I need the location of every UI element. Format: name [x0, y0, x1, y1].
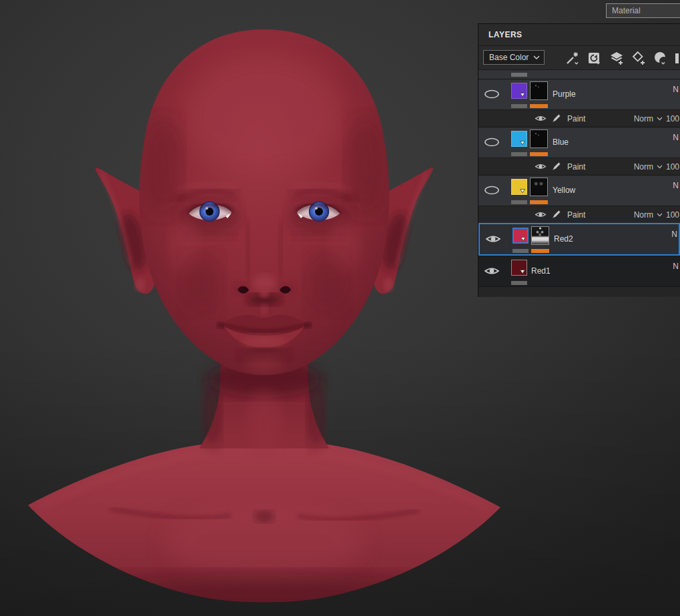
layer-name: Yellow — [553, 186, 575, 195]
add-layer-button[interactable] — [609, 50, 625, 66]
panel-title: LAYERS — [488, 30, 523, 39]
layer-mask-thumbnail[interactable] — [531, 226, 549, 245]
add-effect-wand-button[interactable] — [565, 50, 581, 66]
layer-name: Red1 — [531, 266, 551, 276]
layer-row-red2[interactable]: Red2 N — [478, 223, 680, 256]
layers-panel: LAYERS Base Color — [478, 23, 680, 297]
fill-badge-icon — [520, 236, 527, 242]
paint-effect-row[interactable]: Paint Norm 100 — [478, 206, 680, 223]
opacity-bar — [513, 249, 529, 253]
visibility-toggle-on[interactable] — [535, 114, 547, 123]
blend-mode-clipped[interactable]: N — [673, 133, 679, 142]
mask-bar — [530, 152, 548, 156]
visibility-toggle-on[interactable] — [484, 266, 500, 276]
visibility-toggle-on[interactable] — [485, 234, 501, 244]
effect-name: Paint — [567, 162, 585, 172]
layer-row-yellow[interactable]: Yellow N — [478, 175, 680, 206]
layer-color-swatch[interactable] — [513, 228, 529, 244]
channel-select-value: Base Color — [489, 53, 529, 62]
blend-mode-select[interactable]: Norm — [634, 162, 653, 172]
effect-name: Paint — [567, 210, 585, 220]
layer-list: Purple N Paint Norm 100 Blue N — [478, 70, 680, 296]
visibility-toggle-off[interactable] — [484, 89, 500, 99]
model-shoulders — [28, 441, 500, 616]
smart-material-sphere-icon — [653, 51, 668, 65]
scrolled-layer-sliver — [478, 70, 680, 79]
chevron-down-icon — [657, 117, 663, 121]
brush-icon — [551, 210, 561, 220]
visibility-toggle-off[interactable] — [484, 185, 500, 196]
layer-row-red1[interactable]: Red1 N — [478, 256, 680, 286]
layers-panel-header: LAYERS — [478, 24, 680, 46]
effect-name: Paint — [567, 114, 585, 123]
fill-badge-icon — [519, 188, 526, 194]
blend-mode-select[interactable]: Norm — [634, 114, 653, 123]
opacity-bar — [511, 281, 527, 285]
opacity-value[interactable]: 100 — [666, 210, 679, 220]
add-layer-stack-icon — [609, 51, 624, 65]
layer-row-purple[interactable]: Purple N — [478, 79, 680, 109]
fill-layer-icon — [587, 51, 602, 65]
model-head — [139, 29, 390, 375]
brush-icon — [551, 162, 561, 172]
visibility-toggle-on[interactable] — [535, 162, 547, 171]
mask-bar — [531, 249, 549, 253]
layer-mask-thumbnail[interactable] — [530, 178, 548, 196]
layer-name: Red2 — [554, 234, 573, 244]
shading-mode-value: Material — [612, 6, 641, 15]
opacity-value[interactable]: 100 — [666, 114, 679, 123]
wand-icon — [565, 51, 580, 65]
blend-mode-clipped[interactable]: N — [671, 230, 677, 239]
visibility-toggle-on[interactable] — [535, 210, 547, 219]
layer-list-empty-area — [478, 286, 680, 296]
smart-material-button[interactable] — [653, 50, 669, 66]
layer-mask-thumbnail[interactable] — [530, 81, 548, 100]
blend-mode-select[interactable]: Norm — [634, 210, 653, 220]
blend-mode-clipped[interactable]: N — [673, 262, 679, 271]
channel-select[interactable]: Base Color — [483, 50, 545, 65]
layers-toolbar: Base Color — [478, 46, 680, 70]
chevron-down-icon — [657, 165, 663, 169]
app-root: { "viewport": { "shading_mode": "Materia… — [0, 0, 680, 616]
opacity-bar — [511, 152, 527, 156]
opacity-bar — [511, 104, 527, 108]
brush-icon — [551, 113, 561, 123]
mask-bar — [530, 200, 548, 204]
layer-name: Blue — [553, 137, 569, 147]
opacity-value[interactable]: 100 — [666, 162, 679, 172]
layer-color-swatch[interactable] — [511, 260, 527, 276]
opacity-bar — [511, 73, 527, 77]
add-fill-bucket-button[interactable] — [631, 50, 647, 66]
chevron-down-icon — [657, 213, 663, 217]
fill-badge-icon — [519, 139, 526, 145]
paint-bucket-add-icon — [631, 51, 646, 65]
paint-effect-row[interactable]: Paint Norm 100 — [478, 158, 680, 175]
opacity-bar — [511, 200, 527, 204]
fill-badge-icon — [519, 91, 526, 97]
layer-color-swatch[interactable] — [511, 179, 527, 195]
layer-mask-thumbnail[interactable] — [530, 129, 548, 148]
blend-mode-clipped[interactable]: N — [673, 85, 679, 94]
blend-mode-clipped[interactable]: N — [673, 181, 679, 190]
layer-row-blue[interactable]: Blue N — [478, 127, 680, 158]
visibility-toggle-off[interactable] — [484, 137, 500, 147]
paint-effect-row[interactable]: Paint Norm 100 — [478, 109, 680, 127]
fill-badge-icon — [519, 268, 526, 274]
chevron-down-icon — [533, 55, 540, 59]
layer-name: Purple — [553, 89, 576, 99]
viewport-shading-mode-select[interactable]: Material — [606, 3, 680, 18]
clipped-edge-button[interactable] — [675, 53, 679, 63]
layer-color-swatch[interactable] — [511, 131, 527, 147]
layer-color-swatch[interactable] — [511, 83, 527, 99]
mask-bar — [530, 104, 548, 108]
add-fill-layer-button[interactable] — [587, 50, 603, 66]
